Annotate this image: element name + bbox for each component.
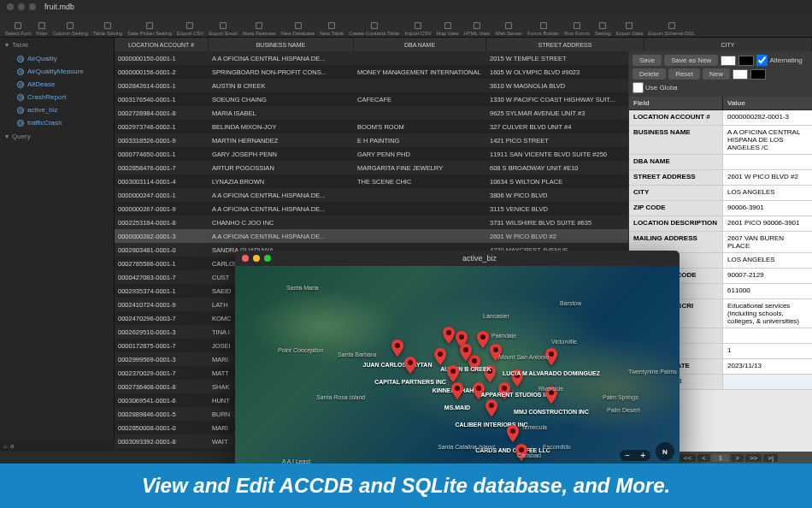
svg-rect-9 bbox=[329, 23, 335, 29]
tool-export-excel[interactable]: Export Excel bbox=[207, 21, 239, 37]
tool-create-contacts-table[interactable]: Create Contacts Table bbox=[347, 21, 401, 37]
column-header[interactable]: LOCATION ACCOUNT # bbox=[115, 38, 209, 51]
tool-run-forms[interactable]: Run Forms bbox=[562, 21, 591, 37]
map-city-label: Temecula bbox=[521, 424, 547, 430]
detail-row[interactable]: LOCATION ACCOUNT #0000000282-0001-3 bbox=[629, 110, 812, 126]
map-pin[interactable] bbox=[391, 340, 403, 360]
tool-select-font[interactable]: Select Font bbox=[3, 21, 32, 37]
map-pin[interactable] bbox=[443, 327, 455, 347]
map-titlebar: active_biz bbox=[235, 251, 680, 266]
compass-icon[interactable]: N bbox=[656, 442, 674, 461]
map-pin-label: APPARENT STUDIOS INC bbox=[480, 392, 553, 398]
map-pin-label: MS.MAID bbox=[444, 405, 470, 411]
pager-prev[interactable]: < bbox=[697, 454, 710, 462]
map-pin[interactable] bbox=[485, 399, 497, 420]
detail-row[interactable]: LOCATION DESCRIPTION2601 PICO 90006-3901 bbox=[629, 216, 812, 232]
tool-setting[interactable]: Setting bbox=[593, 21, 613, 37]
sidebar-item-AirQuality[interactable]: ⊚AirQuality bbox=[0, 52, 114, 65]
tool-web-server[interactable]: Web Server bbox=[493, 21, 524, 37]
column-header[interactable]: STREET ADDRESS bbox=[486, 38, 644, 51]
pager-prev-fast[interactable]: << bbox=[680, 454, 696, 462]
map-city-label: Santa Catalina Island bbox=[438, 444, 495, 450]
map-city-label: Riverside bbox=[538, 386, 563, 392]
sidebar-item-active_biz[interactable]: ⊚active_biz bbox=[0, 103, 114, 116]
svg-point-20 bbox=[446, 330, 451, 335]
tool-date-picker-setting[interactable]: Date Picker Setting bbox=[126, 21, 173, 37]
pager-next-fast[interactable]: >> bbox=[745, 454, 762, 462]
color-swatch-white[interactable] bbox=[721, 56, 736, 66]
map-city-label: Barstow bbox=[560, 300, 581, 306]
map-city-label: Santa Maria bbox=[286, 285, 319, 291]
tool-export-data[interactable]: Export Data bbox=[615, 21, 645, 37]
sidebar-item-AirQualityMeasure[interactable]: ⊚AirQualityMeasure bbox=[0, 65, 114, 78]
svg-rect-8 bbox=[295, 23, 301, 29]
tool-table-setting[interactable]: Table Setting bbox=[91, 21, 125, 37]
detail-row[interactable]: BUSINESS NAMEA A OFICINA CENTRAL HISPANA… bbox=[629, 126, 812, 155]
sidebar-item-AltDease[interactable]: ⊚AltDease bbox=[0, 78, 114, 91]
detail-row[interactable]: DBA NAME bbox=[629, 155, 812, 170]
traffic-lights[interactable] bbox=[7, 3, 36, 10]
svg-rect-19 bbox=[668, 23, 674, 29]
tool-more-features[interactable]: More Features bbox=[241, 21, 278, 37]
svg-rect-5 bbox=[187, 23, 193, 29]
new-button[interactable]: New bbox=[703, 68, 730, 80]
map-city-label: Santa Rosa Island bbox=[316, 394, 365, 400]
map-city-label: Palm Springs bbox=[603, 394, 638, 400]
color-swatch-white-2[interactable] bbox=[733, 69, 748, 80]
svg-point-30 bbox=[408, 360, 413, 365]
detail-row[interactable]: ZIP CODE90006-3901 bbox=[629, 201, 812, 216]
tool-export-schema-ddl[interactable]: Export Schema DDL bbox=[646, 21, 697, 37]
search-input[interactable]: a bbox=[10, 442, 14, 450]
column-header[interactable]: CITY bbox=[644, 38, 812, 51]
zoom-out[interactable]: − bbox=[620, 450, 635, 461]
zoom-control[interactable]: −+ bbox=[620, 450, 650, 461]
alternating-checkbox[interactable]: Alternating bbox=[756, 55, 802, 66]
sidebar-tables-header[interactable]: ▾ Table bbox=[0, 38, 114, 52]
svg-rect-0 bbox=[15, 23, 21, 29]
map-pin[interactable] bbox=[477, 331, 489, 351]
map-pin[interactable] bbox=[404, 357, 416, 377]
reset-button[interactable]: Reset bbox=[668, 68, 700, 80]
map-pin[interactable] bbox=[460, 344, 472, 364]
tool-export-csv[interactable]: Export CSV bbox=[175, 21, 205, 37]
svg-rect-16 bbox=[574, 23, 580, 29]
tool-new-table[interactable]: New Table bbox=[318, 21, 345, 37]
tool-column-setting[interactable]: Column Setting bbox=[51, 21, 90, 37]
map-canvas[interactable]: N −+ JUAN CARLOS GAYTANCAPITAL PARTNERS … bbox=[235, 266, 680, 466]
tool-map-view[interactable]: Map View bbox=[434, 21, 460, 37]
color-swatch-black-2[interactable] bbox=[750, 69, 766, 80]
map-pin-label: CAPITAL PARTNERS INC bbox=[374, 379, 446, 385]
map-title: active_biz bbox=[462, 254, 497, 263]
tool-filter[interactable]: Filter bbox=[34, 21, 49, 37]
use-global-checkbox[interactable]: Use Globa bbox=[633, 82, 678, 93]
svg-rect-13 bbox=[474, 23, 480, 29]
map-pin[interactable] bbox=[507, 425, 519, 446]
tool-import-csv[interactable]: Import CSV bbox=[403, 21, 432, 37]
pager-next[interactable]: > bbox=[731, 454, 744, 462]
color-swatch-black[interactable] bbox=[738, 56, 754, 66]
zoom-in[interactable]: + bbox=[635, 450, 650, 461]
map-pin-label: JUAN CARLOS GAYTAN bbox=[363, 362, 432, 368]
delete-button[interactable]: Delete bbox=[633, 68, 666, 80]
tool-forms-builder[interactable]: Forms Builder bbox=[526, 21, 561, 37]
sidebar-item-CrashReport[interactable]: ⊚CrashReport bbox=[0, 91, 114, 103]
pager-page[interactable]: 1 bbox=[712, 454, 729, 462]
svg-rect-18 bbox=[627, 23, 633, 29]
save-as-new-button[interactable]: Save as New bbox=[664, 55, 718, 66]
map-pin[interactable] bbox=[451, 382, 463, 403]
tool-html-view[interactable]: HTML View bbox=[462, 21, 492, 37]
pager-last[interactable]: >| bbox=[763, 454, 778, 462]
detail-row[interactable]: CITYLOS ANGELES bbox=[629, 186, 812, 201]
sidebar-query-header[interactable]: ▾ Query bbox=[0, 129, 114, 144]
save-button[interactable]: Save bbox=[633, 55, 662, 66]
search-box[interactable]: ⌕ a bbox=[0, 440, 115, 452]
detail-row[interactable]: STREET ADDRESS2601 W PICO BLVD #2 bbox=[629, 170, 812, 186]
sidebar-item-trafficCrash[interactable]: ⊚trafficCrash bbox=[0, 116, 114, 129]
map-city-label: Lancaster bbox=[483, 313, 509, 319]
column-header[interactable]: BUSINESS NAME bbox=[209, 38, 354, 51]
map-traffic-lights[interactable] bbox=[242, 255, 271, 262]
svg-rect-11 bbox=[415, 23, 421, 29]
column-header[interactable]: DBA NAME bbox=[354, 38, 486, 51]
tool-new-database[interactable]: New Database bbox=[279, 21, 316, 37]
map-window[interactable]: active_biz N −+ JUAN CARLOS GAYTANCAPITA… bbox=[235, 251, 680, 466]
